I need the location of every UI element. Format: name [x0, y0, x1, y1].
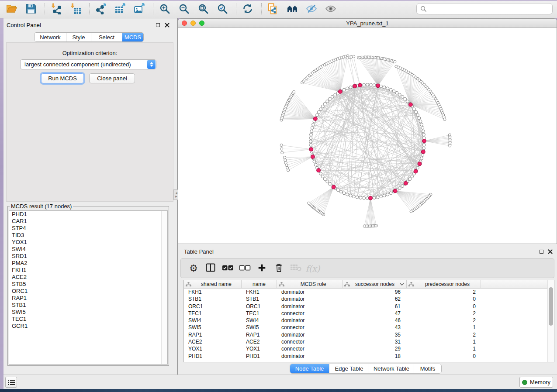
control-panel-close-button[interactable] [164, 22, 170, 28]
table-cell[interactable]: 2 [407, 331, 481, 338]
table-cell[interactable]: 1 [407, 338, 481, 345]
memory-button[interactable]: Memory [519, 377, 553, 388]
table-cell[interactable]: 29 [343, 345, 407, 352]
table-cell[interactable]: 2 [407, 317, 481, 324]
table-cell[interactable]: 61 [343, 303, 407, 310]
column-header-successor-nodes[interactable]: successor nodes [343, 280, 407, 288]
mcds-result-item[interactable]: TEC1 [9, 316, 167, 323]
table-cell[interactable]: dominator [277, 303, 343, 310]
table-scrollbar-thumb[interactable] [549, 287, 553, 326]
table-row[interactable]: STB1STB1dominator620 [184, 296, 547, 303]
zoom-out-button[interactable] [177, 3, 190, 16]
column-header-shared-name[interactable]: shared name [184, 280, 242, 288]
table-cell[interactable]: STB1 [242, 296, 277, 303]
table-cell[interactable]: dominator [277, 317, 343, 324]
table-cell[interactable]: 1 [407, 345, 481, 352]
table-cell[interactable]: STB1 [184, 296, 242, 303]
table-row[interactable]: RAP1RAP1dominator352 [184, 331, 547, 338]
table-row[interactable]: SWI4SWI4dominator462 [184, 317, 547, 324]
mcds-result-item[interactable]: STP4 [9, 225, 167, 232]
zoom-selected-button[interactable] [216, 3, 229, 16]
table-cell[interactable]: connector [277, 345, 343, 352]
table-cell[interactable]: dominator [277, 331, 343, 338]
show-all-button[interactable] [324, 3, 337, 16]
tab-network-table[interactable]: Network Table [369, 364, 414, 373]
table-cell[interactable]: YOX1 [184, 345, 242, 352]
table-cell[interactable]: 2 [407, 289, 481, 296]
table-row[interactable]: SWI5SWI5connector431 [184, 324, 547, 331]
mcds-result-item[interactable]: ACE2 [9, 274, 167, 281]
table-cell[interactable]: SWI5 [184, 324, 242, 331]
table-cell[interactable]: PHD1 [184, 353, 242, 360]
delete-columns-button[interactable] [272, 262, 285, 275]
table-row[interactable]: PHD1PHD1dominator180 [184, 353, 547, 360]
mcds-result-item[interactable]: STB5 [9, 281, 167, 288]
deselect-all-rows-button[interactable] [238, 262, 251, 275]
zoom-fit-button[interactable] [197, 3, 210, 16]
table-cell[interactable]: 43 [343, 324, 407, 331]
run-mcds-button[interactable]: Run MCDS [41, 73, 84, 83]
export-table-button[interactable] [114, 3, 127, 16]
search-field[interactable] [416, 3, 553, 14]
table-row[interactable]: FKH1FKH1dominator962 [184, 289, 547, 296]
mcds-result-item[interactable]: FKH1 [9, 267, 167, 274]
column-header-predecessor-nodes[interactable]: predecessor nodes [407, 280, 481, 288]
apply-layout-button[interactable] [241, 3, 254, 16]
table-cell[interactable]: TEC1 [184, 310, 242, 317]
table-cell[interactable]: YOX1 [242, 345, 277, 352]
save-session-button[interactable] [24, 3, 38, 16]
mcds-result-item[interactable]: CAR1 [9, 218, 167, 225]
panel-menu-button[interactable] [5, 377, 17, 388]
mcds-result-item[interactable]: PHD1 [9, 211, 167, 218]
table-cell[interactable]: connector [277, 310, 343, 317]
table-cell[interactable]: 47 [343, 310, 407, 317]
tab-edge-table[interactable]: Edge Table [329, 364, 369, 373]
export-network-button[interactable] [94, 3, 107, 16]
table-cell[interactable]: 35 [343, 331, 407, 338]
table-cell[interactable]: ACE2 [184, 338, 242, 345]
tab-motifs[interactable]: Motifs [414, 364, 441, 373]
show-columns-button[interactable] [204, 262, 217, 275]
column-header-name[interactable]: name [242, 280, 277, 288]
table-cell[interactable]: ORC1 [184, 303, 242, 310]
table-cell[interactable]: RAP1 [242, 331, 277, 338]
mcds-result-item[interactable]: SWI5 [9, 309, 167, 316]
table-settings-button[interactable]: ⚙ [187, 262, 200, 275]
mcds-result-item[interactable]: SRD1 [9, 253, 167, 260]
table-cell[interactable]: FKH1 [242, 289, 277, 296]
table-row[interactable]: YOX1YOX1connector291 [184, 345, 547, 352]
table-cell[interactable]: 31 [343, 338, 407, 345]
new-network-from-selection-button[interactable] [266, 3, 280, 16]
table-cell[interactable]: SWI5 [242, 324, 277, 331]
mcds-result-item[interactable]: SWI4 [9, 246, 167, 253]
network-canvas[interactable] [178, 28, 557, 244]
table-cell[interactable]: TEC1 [242, 310, 277, 317]
export-image-button[interactable] [133, 3, 146, 16]
tab-select[interactable]: Select [91, 33, 122, 41]
table-cell[interactable]: 46 [343, 317, 407, 324]
create-column-button[interactable] [255, 262, 268, 275]
table-cell[interactable]: 2 [407, 310, 481, 317]
table-cell[interactable]: SWI4 [184, 317, 242, 324]
mcds-result-item[interactable]: STB1 [9, 302, 167, 309]
table-cell[interactable]: 0 [407, 303, 481, 310]
control-panel-float-button[interactable] [155, 22, 161, 28]
table-cell[interactable]: 1 [407, 324, 481, 331]
table-cell[interactable]: dominator [277, 296, 343, 303]
zoom-in-button[interactable] [158, 3, 171, 16]
mcds-result-item[interactable]: YOX1 [9, 239, 167, 246]
mcds-result-item[interactable]: PMA2 [9, 260, 167, 267]
table-row[interactable]: TEC1TEC1connector472 [184, 310, 547, 317]
table-scrollbar[interactable] [547, 280, 554, 362]
close-panel-button[interactable]: Close panel [89, 73, 135, 83]
table-cell[interactable]: ORC1 [242, 303, 277, 310]
table-cell[interactable]: 62 [343, 296, 407, 303]
table-cell[interactable]: 96 [343, 289, 407, 296]
mcds-result-item[interactable]: TID3 [9, 232, 167, 239]
table-cell[interactable]: 18 [343, 353, 407, 360]
table-cell[interactable]: dominator [277, 289, 343, 296]
tab-style[interactable]: Style [66, 33, 91, 41]
open-session-button[interactable] [5, 3, 18, 16]
table-cell[interactable]: RAP1 [184, 331, 242, 338]
table-cell[interactable]: FKH1 [184, 289, 242, 296]
